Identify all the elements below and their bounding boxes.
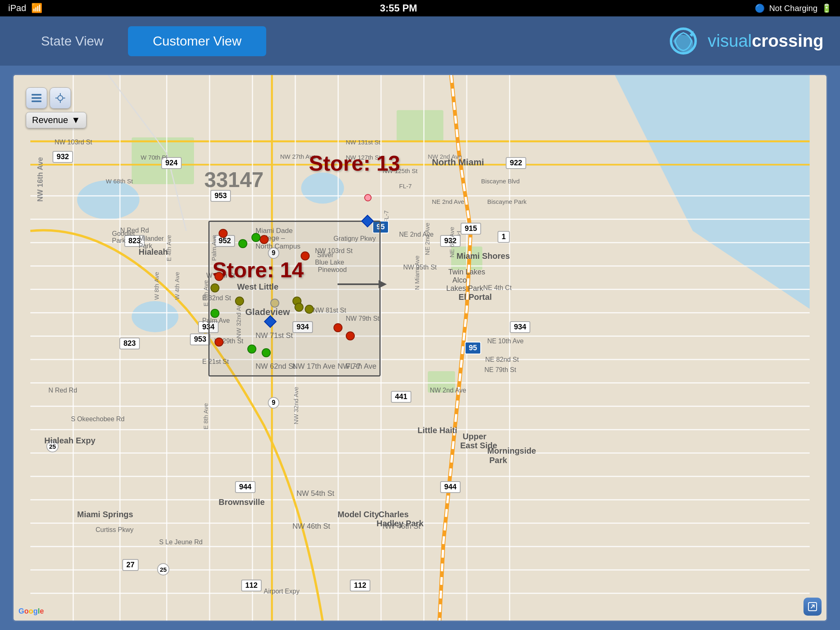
tab-state-view[interactable]: State View [16, 26, 128, 56]
map-label-milander: Milander [139, 235, 164, 242]
svg-point-45 [58, 96, 63, 100]
google-logo: Google [18, 607, 44, 616]
i95-shield-lower: 95 [465, 342, 481, 354]
charging-label: Not Charging [769, 4, 817, 13]
status-right: 🔵 Not Charging 🔋 [755, 3, 832, 13]
route-112b: 112 [350, 580, 370, 591]
pin-diamond-store13 [363, 217, 372, 226]
revenue-filter-button[interactable]: Revenue ▼ [26, 112, 87, 128]
map-label-park2: Park [112, 237, 126, 244]
map-label-w70th: W 70th Pl [141, 154, 167, 161]
map-label-hialeah-expy: Hialeah Expy [44, 436, 96, 445]
map-label-upper-east: Upper [463, 432, 486, 441]
map-label-park: Park [139, 242, 152, 250]
pin-green-5 [262, 348, 271, 357]
pin-green-1 [251, 233, 260, 242]
route-932a: 932 [52, 151, 73, 163]
map-label-biscayne-park: Biscayne Park [487, 198, 527, 205]
map-label-ne79th: NE 79th St [484, 366, 516, 374]
map-btn-group [26, 87, 87, 109]
map-label-ne82nd: NE 82nd St [485, 356, 519, 363]
map-label-curtiss-pkwy: Curtiss Pkwy [96, 526, 133, 534]
pin-olive-2 [305, 305, 314, 314]
svg-rect-43 [32, 97, 41, 99]
pin-red-4 [215, 272, 224, 281]
nav-tabs: State View Customer View [16, 26, 266, 56]
map-label-el-portal: El Portal [459, 292, 492, 302]
svg-point-2 [77, 180, 139, 219]
pin-green-4 [247, 345, 256, 354]
map-label-nw27th: NW 27th Ave [280, 153, 316, 160]
pin-beige-1 [270, 299, 279, 308]
logo-crossing: crossing [752, 31, 824, 50]
route-1: 1 [498, 231, 510, 243]
map-label-e8th-lower: E 8th Ave [202, 403, 209, 429]
pin-red-5 [215, 338, 224, 347]
route-953a: 953 [210, 190, 231, 202]
map-background: I-95 [14, 75, 826, 621]
map-label-ne4th: NE 4th Ct [483, 284, 511, 292]
map-label-ne10th: NE 10th Ave [487, 338, 524, 345]
map-label-goodlet: Goodlet [112, 230, 135, 237]
export-button[interactable] [803, 598, 822, 616]
store14-arrow [338, 278, 387, 292]
map-label-nw125th: NW 125th St [383, 167, 418, 174]
map-label-nw2nd-upper: NW 2nd Ave [428, 153, 462, 160]
pin-diamond-store14 [266, 317, 275, 326]
tab-customer-view[interactable]: Customer View [128, 26, 266, 56]
status-bar: iPad 📶 3:55 PM 🔵 Not Charging 🔋 [0, 0, 840, 16]
layers-button[interactable] [26, 87, 47, 109]
map-label-little-haiti: Little Haiti [418, 426, 457, 435]
svg-rect-42 [32, 94, 41, 96]
dropdown-icon: ▼ [71, 115, 80, 126]
map-controls: Revenue ▼ [26, 87, 87, 128]
map-label-nw46th-b: NW 46th St [383, 522, 420, 531]
route-944: 944 [235, 481, 256, 493]
map-label-w68th: W 68th St [106, 178, 133, 185]
map-label-nw32nd-lower: NW 32nd Ave [292, 387, 299, 424]
bluetooth-icon: 🔵 [755, 3, 765, 13]
map-label-nw46th: NW 46th St [292, 522, 330, 531]
battery-icon: 🔋 [822, 3, 832, 13]
route-112a: 112 [241, 580, 262, 591]
svg-rect-44 [32, 100, 41, 102]
pin-store13 [364, 194, 372, 201]
route-9b: 9 [268, 397, 279, 409]
status-left: iPad 📶 [8, 3, 42, 14]
pin-red-7 [346, 331, 355, 340]
map-label-nw2nd-lower: NW 2nd Ave [430, 387, 466, 394]
logo-area: visualcrossing [667, 27, 824, 55]
map-label-model-city: Model City [338, 510, 379, 519]
map-container[interactable]: I-95 [12, 74, 828, 622]
map-label-n-miami-ave: N Miami Ave [413, 256, 420, 290]
map-label-alco: Alco [452, 276, 467, 285]
route-934c: 934 [510, 321, 530, 333]
time-display: 3:55 PM [380, 2, 417, 14]
map-label-miami-springs: Miami Springs [77, 510, 133, 519]
map-label-n-red-rd: N Red Rd [48, 387, 77, 394]
map-label-e4th: E 4th Ave [165, 235, 172, 261]
map-label-nw131st: NW 131st St [346, 139, 380, 146]
route-915: 915 [461, 223, 481, 235]
route-953b: 953 [190, 333, 210, 345]
location-button[interactable] [50, 87, 71, 109]
logo-icon [667, 27, 700, 55]
route-922: 922 [506, 157, 526, 169]
logo-text: visualcrossing [708, 31, 824, 51]
pin-red-6 [333, 323, 342, 332]
pin-green-2 [238, 239, 247, 248]
map-label-biscayne-blvd: Biscayne Blvd [481, 178, 520, 185]
pin-red-2 [260, 235, 269, 244]
route-27: 27 [122, 559, 139, 571]
route-441: 441 [391, 391, 411, 403]
pin-olive-3 [294, 303, 304, 312]
device-label: iPad [8, 3, 26, 14]
pin-green-3 [210, 309, 219, 318]
svg-marker-51 [379, 280, 387, 288]
map-label-miami-shores: Miami Shores [457, 251, 510, 261]
svg-rect-6 [397, 110, 443, 142]
map-label-ne6th: NE 6th Ave [448, 227, 455, 258]
map-label-nw16th: NW 16th Ave [36, 157, 45, 202]
app-header: State View Customer View visualcrossing [0, 16, 840, 66]
map-label-charles-hadley: Charles [379, 510, 409, 519]
